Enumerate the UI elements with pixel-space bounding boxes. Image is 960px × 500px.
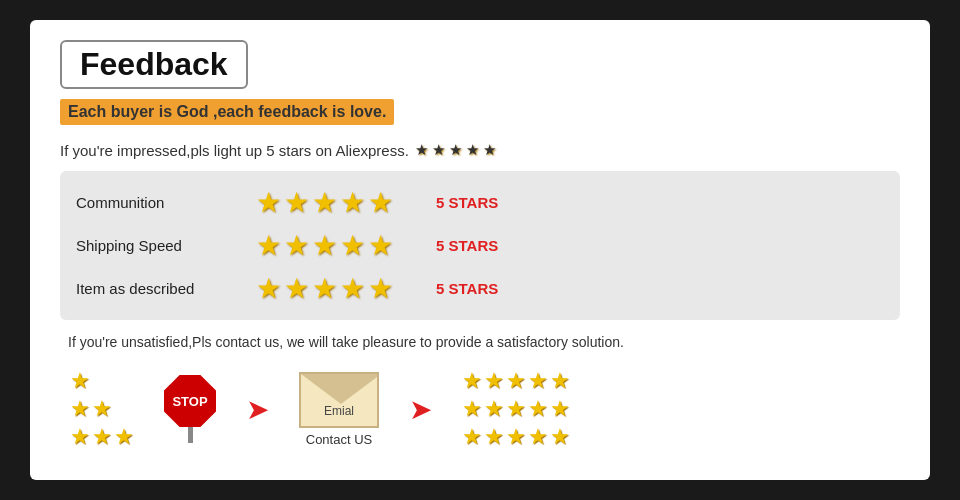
row-stars-1: ★ ★ ★ ★ ★ [256,186,416,219]
stop-pole [188,427,193,443]
stop-sign: STOP [164,375,216,443]
table-row: Shipping Speed ★ ★ ★ ★ ★ 5 STARS [76,224,884,267]
row-badge-3: 5 STARS [436,280,498,297]
table-row: Communition ★ ★ ★ ★ ★ 5 STARS [76,181,884,224]
row-stars-2: ★ ★ ★ ★ ★ [256,229,416,262]
tagline: Each buyer is God ,each feedback is love… [60,99,394,125]
star-5: ★ [483,141,496,159]
ratings-table: Communition ★ ★ ★ ★ ★ 5 STARS Shipping S… [60,171,900,320]
high-stars-group: ★ ★ ★ ★ ★ ★ ★ ★ ★ ★ ★ ★ ★ ★ ★ [462,368,570,450]
unsatisfied-text: If you're unsatisfied,Pls contact us, we… [68,334,900,350]
email-label: Emial [301,404,377,418]
row-stars-3: ★ ★ ★ ★ ★ [256,272,416,305]
envelope-icon [301,374,379,428]
low-stars-group: ★ ★ ★ ★ ★ ★ [70,368,134,450]
arrow-right-2: ➤ [409,393,432,426]
process-row: ★ ★ ★ ★ ★ ★ STOP ➤ Emial [60,368,900,450]
contact-label: Contact US [306,432,372,447]
instruction-row: If you're impressed,pls light up 5 stars… [60,141,900,159]
instruction-text: If you're impressed,pls light up 5 stars… [60,142,409,159]
big-stars: ★ ★ ★ ★ ★ [415,141,496,159]
feedback-card: Feedback Each buyer is God ,each feedbac… [30,20,930,480]
page-title: Feedback [60,40,248,89]
svg-marker-0 [301,374,379,404]
star-2: ★ [432,141,445,159]
star-3: ★ [449,141,462,159]
star-1: ★ [415,141,428,159]
row-badge-2: 5 STARS [436,237,498,254]
row-label-2: Shipping Speed [76,237,246,254]
arrow-right-1: ➤ [246,393,269,426]
table-row: Item as described ★ ★ ★ ★ ★ 5 STARS [76,267,884,310]
row-label-3: Item as described [76,280,246,297]
row-badge-1: 5 STARS [436,194,498,211]
row-label-1: Communition [76,194,246,211]
star-4: ★ [466,141,479,159]
stop-octagon: STOP [164,375,216,427]
email-group: Emial Contact US [299,372,379,447]
